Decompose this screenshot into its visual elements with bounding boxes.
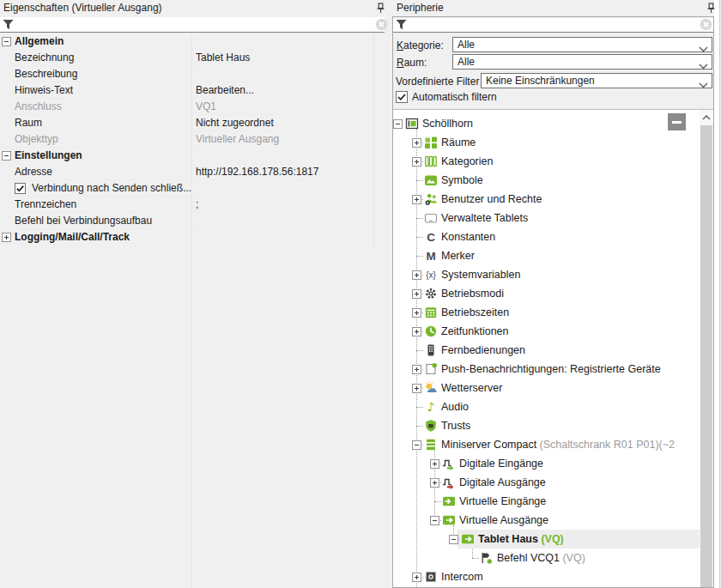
property-value[interactable]: VQ1 — [192, 99, 376, 115]
tree-item-symbole[interactable]: Symbole — [441, 171, 483, 190]
category-select[interactable]: Alle — [452, 37, 712, 52]
tablets-icon — [424, 211, 438, 225]
tree-expand-box[interactable] — [412, 195, 421, 204]
marker-icon: M — [424, 249, 438, 263]
dock-edge-line — [719, 0, 720, 588]
tree-item-digitale-eingänge[interactable]: Digitale Eingänge — [459, 454, 543, 473]
predefined-filter-select[interactable]: Keine Einschränkungen — [481, 73, 712, 88]
property-value[interactable]: Tablet Haus — [192, 50, 376, 66]
section-header-label: Logging/Mail/Call/Track — [15, 229, 130, 246]
tree-expand-box[interactable] — [412, 308, 421, 318]
autofilter-checkbox[interactable] — [396, 91, 408, 106]
tree-expand-box[interactable] — [393, 119, 403, 129]
tree-expand-box[interactable] — [412, 573, 421, 582]
tree-expand-box[interactable] — [412, 327, 421, 336]
right-clear-filter-button[interactable] — [700, 18, 712, 33]
property-value[interactable]: Nicht zugeordnet — [192, 115, 376, 131]
tree-expand-box[interactable] — [412, 157, 421, 167]
symbols-icon — [424, 173, 438, 187]
tree-expand-box[interactable] — [430, 516, 439, 525]
section-header[interactable]: Allgemein — [0, 33, 385, 50]
virtout-icon — [461, 532, 475, 546]
tree-item-intercom[interactable]: Intercom — [441, 567, 483, 586]
virtout-icon — [442, 513, 456, 527]
property-value[interactable]: Bearbeiten... — [192, 82, 376, 99]
intercom-icon — [424, 570, 438, 584]
category-select-value: Alle — [457, 38, 475, 52]
tree-item-digitale-ausgänge[interactable]: Digitale Ausgänge — [459, 473, 546, 492]
tree-item-systemvariablen[interactable]: Systemvariablen — [441, 265, 520, 284]
section-expand-box[interactable] — [2, 151, 11, 161]
property-label: Objekttyp — [12, 131, 193, 148]
grid-column-divider[interactable] — [191, 33, 192, 588]
tree-expand-box[interactable] — [412, 365, 421, 374]
property-checkbox[interactable] — [15, 183, 26, 197]
tree-connector-stub — [416, 237, 423, 238]
tree-expand-box[interactable] — [430, 478, 439, 488]
right-pin-icon[interactable] — [706, 3, 717, 16]
digout-icon — [442, 476, 456, 489]
tree-item-betriebszeiten[interactable]: Betriebszeiten — [441, 303, 509, 322]
tree-item-trusts[interactable]: Trusts — [441, 416, 470, 435]
section-header[interactable]: Einstellungen — [0, 148, 385, 164]
tree-item-betriebsmodi[interactable]: Betriebsmodi — [441, 284, 504, 303]
section-header[interactable]: Logging/Mail/Call/Track — [0, 229, 385, 246]
chevron-down-icon — [699, 79, 708, 91]
svg-text:M: M — [426, 250, 435, 263]
tree-item-räume[interactable]: Räume — [441, 133, 476, 152]
filter-funnel-icon — [396, 19, 408, 33]
tree-item-tablet-haus[interactable]: Tablet Haus (VQ) — [478, 530, 564, 549]
property-row: RaumNicht zugeordnet — [0, 115, 385, 131]
chevron-down-icon — [699, 60, 708, 72]
tree-expand-box[interactable] — [412, 289, 421, 299]
tree-item-konstanten[interactable]: Konstanten — [441, 227, 495, 246]
tree-item-suffix: (Schaltschrank R01 P01)(~2 — [536, 439, 675, 451]
tree-item-benutzer-und-rechte[interactable]: Benutzer und Rechte — [441, 190, 542, 209]
tree-item-kategorien[interactable]: Kategorien — [441, 152, 493, 171]
tree-expand-box[interactable] — [412, 440, 421, 450]
collapse-all-button[interactable] — [668, 113, 686, 130]
tree-expand-box[interactable] — [412, 138, 421, 148]
tree-item-befehl-vcq1[interactable]: Befehl VCQ1 (VQ) — [497, 549, 585, 567]
property-row: Verbindung nach Senden schließ... — [0, 180, 385, 197]
right-panel-titlebar: Peripherie — [392, 0, 714, 15]
section-expand-box[interactable] — [2, 233, 11, 242]
right-panel-title: Peripherie — [397, 0, 444, 15]
tree-scrollbar[interactable] — [700, 110, 713, 587]
peripherie-filter-input[interactable] — [393, 18, 713, 33]
remote-icon — [424, 343, 438, 357]
users-icon — [424, 192, 438, 206]
tree-expand-box[interactable] — [412, 384, 421, 393]
property-value[interactable]: ; — [192, 197, 376, 213]
tree-item-virtuelle-ausgänge[interactable]: Virtuelle Ausgänge — [459, 511, 548, 530]
scrollbar-thumb[interactable] — [700, 125, 712, 587]
constant-icon: C — [424, 230, 438, 244]
timefunc-icon — [424, 324, 438, 338]
tree-item-merker[interactable]: Merker — [441, 246, 475, 265]
property-row: Adressehttp://192.168.178.56:1817 — [0, 164, 385, 180]
tree-item-miniserver-compact[interactable]: Miniserver Compact (Schaltschrank R01 P0… — [441, 435, 675, 454]
tree-item-schöllhorn[interactable]: Schöllhorn — [422, 114, 473, 133]
property-value[interactable]: http://192.168.178.56:1817 — [192, 164, 376, 180]
property-value[interactable]: Virtueller Ausgang — [192, 131, 376, 148]
tree-expand-box[interactable] — [449, 535, 458, 544]
tree-expand-box[interactable] — [412, 270, 421, 280]
tree-expand-box[interactable] — [430, 459, 439, 469]
tree-item-virtuelle-eingänge[interactable]: Virtuelle Eingänge — [459, 492, 546, 511]
room-select[interactable]: Alle — [452, 54, 712, 70]
trust-icon — [424, 419, 438, 433]
tree-item-zeitfunktionen[interactable]: Zeitfunktionen — [441, 322, 509, 341]
tree-item-fernbedienungen[interactable]: Fernbedienungen — [441, 341, 525, 360]
property-label: Befehl bei Verbindungsaufbau — [12, 213, 193, 229]
tree-item-verwaltete-tablets[interactable]: Verwaltete Tablets — [441, 209, 528, 227]
tree-connector-stub — [416, 426, 423, 427]
tree-item-wetterserver[interactable]: Wetterserver — [441, 379, 502, 397]
section-expand-box[interactable] — [2, 37, 11, 46]
rooms-icon — [424, 136, 438, 149]
property-label: Hinweis-Text — [12, 82, 193, 99]
tree-item-push-benachrichtigungen-registrierte-geräte[interactable]: Push-Benachrichtigungen: Registrierte Ge… — [441, 360, 661, 379]
tree-item-audio[interactable]: Audio — [441, 397, 469, 416]
scroll-up-icon[interactable] — [701, 112, 712, 124]
svg-text:C: C — [427, 231, 435, 244]
tree-connector-stub — [416, 407, 423, 408]
